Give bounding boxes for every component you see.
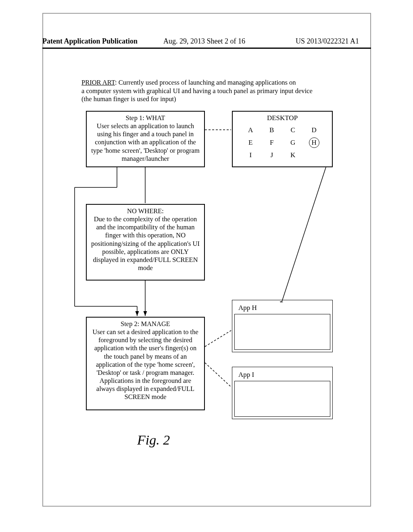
header-rule — [42, 48, 371, 49]
desktop-box: DESKTOP A B C D E F G H I J K — [232, 111, 333, 167]
nowhere-box: NO WHERE: Due to the complexity of the o… — [86, 204, 205, 281]
desktop-icon-circled: H — [309, 137, 319, 148]
step2-title: Step 2: MANAGE — [91, 320, 200, 328]
desktop-icon: A — [248, 126, 253, 134]
desktop-icon: I — [249, 151, 252, 159]
desktop-icon: D — [312, 126, 317, 134]
step1-body: User selects an application to launch us… — [91, 122, 200, 163]
app-h-title: App H — [234, 302, 330, 314]
nowhere-body: Due to the complexity of the operation a… — [91, 215, 200, 272]
desktop-icon: B — [269, 126, 274, 134]
step2-body: User can set a desired application to th… — [91, 328, 200, 401]
nowhere-title: NO WHERE: — [91, 207, 200, 215]
desktop-icon: E — [248, 139, 252, 147]
step1-box: Step 1: WHAT User selects an application… — [86, 111, 205, 167]
header-center: Aug. 29, 2013 Sheet 2 of 16 — [163, 37, 245, 46]
desktop-title: DESKTOP — [233, 114, 332, 122]
desktop-icon: F — [270, 139, 273, 147]
desktop-icon: G — [290, 139, 295, 147]
intro-line1: : Currently used process of launching an… — [115, 79, 296, 86]
app-i-title: App I — [234, 369, 330, 381]
app-h-window: App H — [232, 300, 333, 352]
desktop-icon: J — [270, 151, 273, 159]
intro-line3: (the human finger is used for input) — [81, 95, 176, 103]
app-i-window: App I — [232, 367, 333, 419]
prior-art-label: PRIOR ART — [81, 79, 115, 86]
page-header: Patent Application Publication Aug. 29, … — [42, 37, 371, 46]
intro-line2: a computer system with graphical UI and … — [81, 87, 313, 95]
prior-art-intro: PRIOR ART: Currently used process of lau… — [81, 79, 360, 104]
desktop-icon: K — [290, 151, 295, 159]
desktop-icon: C — [291, 126, 295, 134]
figure-label: Fig. 2 — [137, 432, 170, 448]
desktop-grid: A B C D E F G H I J K — [240, 124, 325, 162]
header-left: Patent Application Publication — [42, 37, 138, 45]
step1-title: Step 1: WHAT — [91, 114, 200, 122]
step2-box: Step 2: MANAGE User can set a desired ap… — [86, 317, 205, 410]
header-right: US 2013/0222321 A1 — [296, 37, 359, 46]
